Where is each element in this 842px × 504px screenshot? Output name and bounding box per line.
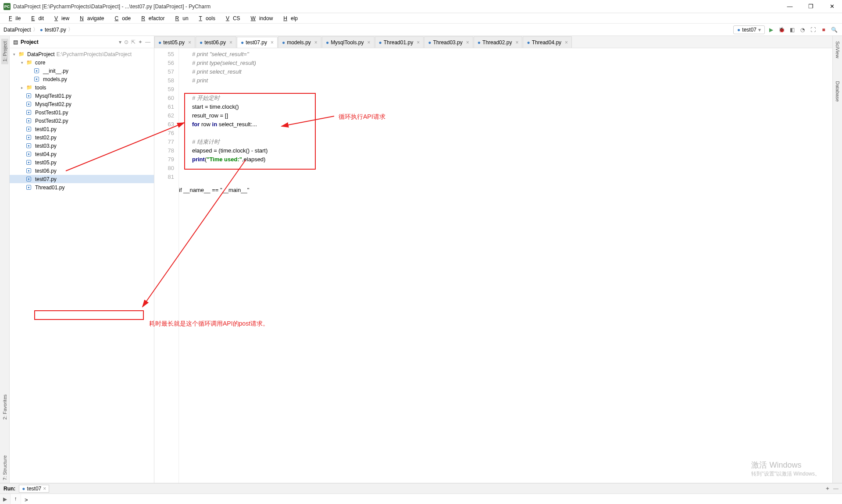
minimize-button[interactable]: — [783,3,796,10]
right-tool-rail: SciView Database [832,36,842,483]
menu-bar: FileEditViewNavigateCodeRefactorRunTools… [0,13,842,24]
run-panel-label: Run: [4,486,15,492]
tree-item-posttest02-py[interactable]: PostTest02.py [10,117,154,125]
run-toolbar-primary: ▶ ■ ▤ 📌 [0,494,11,504]
breadcrumb-separator: 〉 [68,26,73,33]
navigation-bar: DataProject 〉 ● test07.py 〉 ●test07▾ ▶ 🐞… [0,24,842,36]
tree-item-core[interactable]: ▾core [10,58,154,67]
tree-item-dataproject[interactable]: ▾DataProjectE:\PycharmProjects\DataProje… [10,50,154,58]
menu-window[interactable]: Window [244,14,277,22]
tree-item-mysqltest01-py[interactable]: MysqlTest01.py [10,92,154,100]
tree-item-test07-py[interactable]: test07.py [10,175,154,183]
close-button[interactable]: ✕ [825,3,838,10]
editor-tabs: ●test05.py×●test06.py×●test07.py×●models… [154,36,832,48]
tool-tab-database[interactable]: Database [834,78,841,104]
editor-area: ●test05.py×●test06.py×●test07.py×●models… [154,36,832,483]
app-icon: PC [4,3,11,10]
breadcrumb[interactable]: DataProject 〉 ● test07.py 〉 [4,26,73,33]
menu-help[interactable]: Help [276,14,301,22]
up-button[interactable]: ↑ [14,496,17,502]
project-tree[interactable]: ▾DataProjectE:\PycharmProjects\DataProje… [10,48,154,483]
debug-button[interactable]: 🐞 [777,25,786,34]
locate-icon[interactable]: ⊙ [124,39,128,45]
run-tab[interactable]: ●test07× [19,485,49,493]
tree-item-test05-py[interactable]: test05.py [10,158,154,167]
menu-refactor[interactable]: Refactor [134,14,168,22]
tree-item-test01-py[interactable]: test01.py [10,125,154,133]
run-console[interactable]: > insert sucessfulapi_body= {'province':… [21,494,842,504]
tree-item-models-py[interactable]: models.py [10,75,154,83]
editor-tab-test06-py[interactable]: ●test06.py× [196,36,236,48]
code-content[interactable]: # print "select_result="# print type(sel… [179,48,832,483]
tree-item-test02-py[interactable]: test02.py [10,133,154,142]
editor-tab-models-py[interactable]: ●models.py× [278,36,321,48]
menu-navigate[interactable]: Navigate [73,14,107,22]
concurrency-button[interactable]: ⛶ [809,25,817,34]
hide-icon[interactable]: — [833,486,838,492]
run-toolbar-secondary: ↑ ↓ ⇥ 🖶 🗑 [11,494,21,504]
editor-tab-thread01-py[interactable]: ●Thread01.py× [375,36,424,48]
tool-tab-project[interactable]: 1: Project [1,39,8,64]
tool-tab-structure[interactable]: 7: Structure [1,453,8,483]
tool-tab-sciview[interactable]: SciView [834,39,841,61]
window-titlebar: PC DataProject [E:\PycharmProjects\DataP… [0,0,842,13]
menu-edit[interactable]: Edit [24,14,47,22]
breadcrumb-root[interactable]: DataProject [4,27,31,33]
chevron-down-icon[interactable]: ▾ [119,39,121,45]
project-panel-title: Project [21,39,116,45]
run-button[interactable]: ▶ [767,25,775,34]
editor-tab-thread03-py[interactable]: ●Thread03.py× [424,36,473,48]
tool-tab-favorites[interactable]: 2: Favorites [1,392,8,422]
breadcrumb-separator: 〉 [33,26,38,33]
run-tool-window: Run: ●test07× ✦ — ▶ ■ ▤ 📌 ↑ ↓ ⇥ 🖶 🗑 > in… [0,483,842,504]
project-sidebar: ▤ Project ▾ ⊙ ⇱ ✦ — ▾DataProjectE:\Pycha… [10,36,154,483]
tree-item-thread01-py[interactable]: Thread01.py [10,183,154,192]
tree-item-mysqltest02-py[interactable]: MysqlTest02.py [10,100,154,108]
menu-tools[interactable]: Tools [192,14,219,22]
hide-icon[interactable]: — [145,39,150,45]
tree-item-test03-py[interactable]: test03.py [10,142,154,150]
menu-file[interactable]: File [2,14,24,22]
menu-run[interactable]: Run [168,14,192,22]
settings-icon[interactable]: ✦ [138,39,143,45]
left-tool-rail: 1: Project 2: Favorites 7: Structure [0,36,10,483]
tree-item-posttest01-py[interactable]: PostTest01.py [10,108,154,117]
line-gutter: 555657585960616263767778798081 [154,48,179,483]
window-title: DataProject [E:\PycharmProjects\DataProj… [13,4,783,10]
tree-item-test06-py[interactable]: test06.py [10,167,154,175]
menu-code[interactable]: Code [107,14,134,22]
editor-tab-mysqltools-py[interactable]: ●MysqlTools.py× [322,36,375,48]
breadcrumb-file[interactable]: test07.py [45,27,66,33]
folder-icon: ▤ [13,39,18,45]
editor-tab-test05-py[interactable]: ●test05.py× [154,36,195,48]
coverage-button[interactable]: ◧ [788,25,796,34]
tree-item-tools[interactable]: ▸tools [10,83,154,92]
maximize-button[interactable]: ❐ [804,3,817,10]
editor-tab-thread04-py[interactable]: ●Thread04.py× [523,36,572,48]
menu-vcs[interactable]: VCS [219,14,244,22]
stop-button[interactable]: ■ [819,25,828,34]
code-editor[interactable]: 555657585960616263767778798081 # print "… [154,48,832,483]
collapse-icon[interactable]: ⇱ [131,39,136,45]
rerun-button[interactable]: ▶ [2,496,9,503]
search-everywhere-button[interactable]: 🔍 [830,25,838,34]
tree-item-test04-py[interactable]: test04.py [10,150,154,158]
editor-tab-test07-py[interactable]: ●test07.py× [237,37,278,48]
profile-button[interactable]: ◔ [798,25,807,34]
run-config-selector[interactable]: ●test07▾ [733,25,765,34]
menu-view[interactable]: View [47,14,73,22]
settings-icon[interactable]: ✦ [825,486,830,492]
editor-tab-thread02-py[interactable]: ●Thread02.py× [474,36,523,48]
tree-item-__init__-py[interactable]: __init__.py [10,67,154,75]
